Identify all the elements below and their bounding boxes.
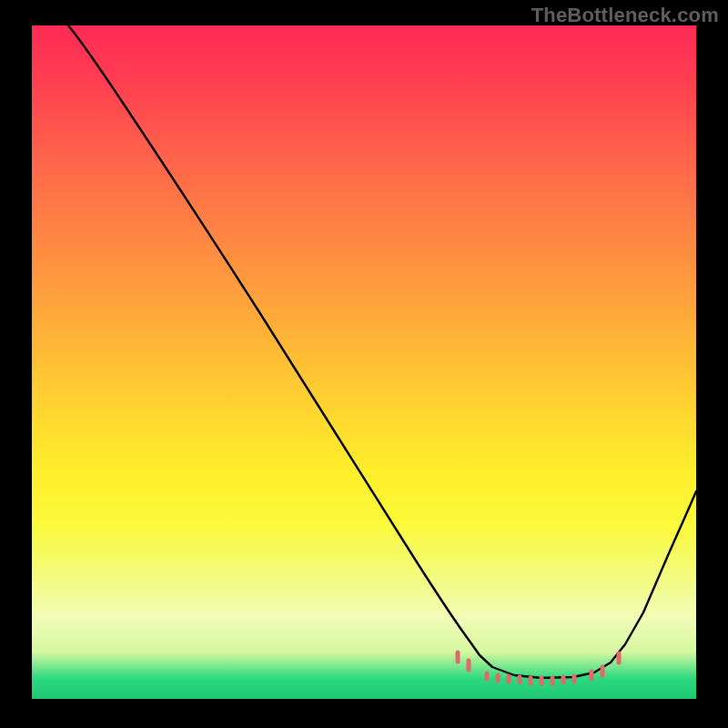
- bottleneck-curve: [68, 25, 696, 678]
- plot-area: [32, 25, 696, 699]
- curve-layer: [32, 25, 696, 699]
- chart-frame: TheBottleneck.com: [0, 0, 728, 728]
- watermark-text: TheBottleneck.com: [531, 4, 719, 27]
